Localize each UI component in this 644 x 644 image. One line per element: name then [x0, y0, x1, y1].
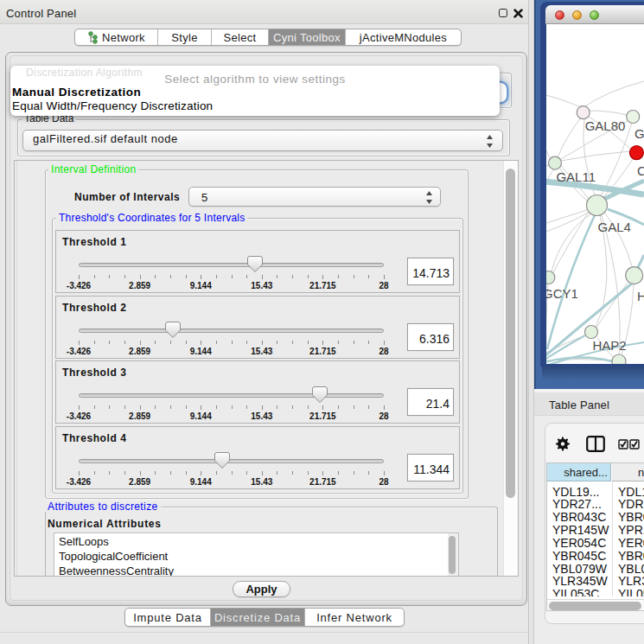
svg-text:GAL80: GAL80	[585, 118, 626, 133]
svg-text:GAL11: GAL11	[556, 169, 596, 184]
svg-text:C: C	[637, 163, 644, 178]
svg-text:H: H	[637, 289, 644, 303]
svg-text:GAL4: GAL4	[598, 220, 631, 234]
svg-text:GA: GA	[634, 126, 644, 141]
svg-text:GCY1: GCY1	[546, 286, 578, 301]
svg-text:HAP2: HAP2	[592, 338, 626, 353]
